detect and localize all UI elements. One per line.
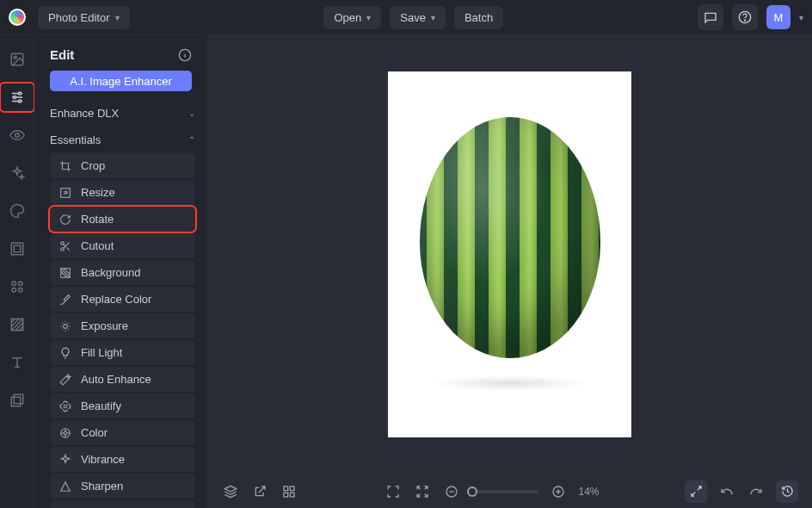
layers-icon: [9, 393, 25, 408]
redo-button[interactable]: [747, 482, 766, 501]
tool-sharpen[interactable]: Sharpen: [50, 474, 195, 499]
image-shadow: [433, 375, 587, 391]
tool-background[interactable]: Background: [50, 260, 195, 285]
tool-label: Background: [81, 266, 140, 279]
svg-point-23: [64, 405, 67, 408]
help-button[interactable]: [732, 4, 758, 30]
zoom-slider[interactable]: [471, 490, 538, 493]
text-tool-rail-item[interactable]: [5, 350, 29, 375]
redo-icon: [749, 485, 763, 499]
undo-button[interactable]: [717, 482, 736, 501]
canvas-area: 14%: [207, 35, 812, 508]
zoom-handle[interactable]: [467, 486, 477, 497]
batch-button[interactable]: Batch: [454, 6, 503, 29]
palette-icon: [9, 203, 25, 219]
user-menu-chevron-icon[interactable]: ▾: [799, 13, 803, 22]
svg-rect-16: [11, 397, 21, 406]
color-wheel-icon: [58, 427, 72, 439]
ai-enhancer-button[interactable]: A.I. Image Enhancer: [50, 71, 192, 91]
chevron-down-icon: ⌄: [188, 108, 195, 118]
save-button[interactable]: Save ▾: [390, 6, 446, 29]
tool-exposure[interactable]: Exposure: [50, 313, 195, 338]
svg-rect-8: [11, 243, 23, 255]
sparkles-icon: [9, 165, 25, 181]
chevron-down-icon: ▾: [366, 13, 371, 22]
help-icon: [738, 10, 752, 24]
canvas-viewport[interactable]: [207, 35, 812, 474]
tool-label: Crop: [81, 159, 105, 172]
tool-cutout[interactable]: Cutout: [50, 233, 195, 258]
tool-label: Fill Light: [81, 346, 122, 359]
svg-point-5: [13, 96, 15, 99]
layers-tool-rail-item[interactable]: [5, 388, 29, 412]
svg-point-1: [744, 20, 745, 21]
tool-auto-enhance[interactable]: Auto Enhance: [50, 367, 195, 392]
chevron-up-icon: ⌃: [188, 135, 195, 145]
tool-beautify[interactable]: Beautify: [50, 393, 195, 418]
crop-icon: [58, 160, 72, 172]
tool-label: Resize: [81, 186, 115, 199]
plus-circle-icon: [551, 485, 565, 499]
tool-label: Color: [81, 426, 108, 439]
app-header: Photo Editor ▾ Open ▾ Save ▾ Batch: [0, 0, 812, 35]
image-icon: [9, 52, 25, 67]
undo-icon: [720, 485, 734, 499]
open-label: Open: [334, 11, 361, 24]
shapes-tool-rail-item[interactable]: [5, 275, 29, 299]
grid-icon: [282, 485, 296, 499]
image-tool-rail-item[interactable]: [5, 47, 29, 71]
frame-tool-rail-item[interactable]: [5, 237, 29, 261]
zoom-in-button[interactable]: [549, 482, 568, 501]
scissors-icon: [58, 240, 72, 252]
tool-crop[interactable]: Crop: [50, 153, 195, 178]
tool-color[interactable]: Color: [50, 420, 195, 445]
grid-view-button[interactable]: [280, 482, 298, 501]
tool-replace-color[interactable]: Replace Color: [50, 287, 195, 312]
tool-resize[interactable]: Resize: [50, 180, 195, 205]
svg-rect-9: [14, 245, 21, 252]
user-avatar[interactable]: M: [766, 5, 790, 29]
resize-icon: [58, 187, 72, 199]
svg-rect-27: [284, 486, 288, 491]
tool-clarity[interactable]: Clarity: [50, 500, 195, 508]
canvas-image[interactable]: [388, 71, 631, 437]
effects-tool-rail-item[interactable]: [5, 161, 29, 185]
background-icon: [58, 267, 72, 279]
compare-button[interactable]: [685, 480, 707, 503]
texture-tool-rail-item[interactable]: [5, 313, 29, 337]
zoom-track: [471, 490, 538, 493]
tool-rotate[interactable]: Rotate: [50, 207, 195, 232]
fullscreen-button[interactable]: [384, 482, 403, 501]
layers-panel-button[interactable]: [221, 482, 240, 501]
svg-point-10: [12, 282, 16, 286]
fit-screen-button[interactable]: [413, 482, 432, 501]
section-enhance-dlx[interactable]: Enhance DLX ⌄: [50, 100, 195, 127]
svg-rect-15: [14, 394, 23, 404]
triangle-icon: [58, 480, 72, 493]
export-button[interactable]: [250, 482, 269, 501]
history-button[interactable]: [776, 480, 798, 503]
section-essentials[interactable]: Essentials ⌃: [50, 127, 195, 153]
view-tool-rail-item[interactable]: [5, 123, 29, 147]
sliders-icon: [9, 90, 25, 105]
tool-vibrance[interactable]: Vibrance: [50, 447, 195, 472]
app-menu-dropdown[interactable]: Photo Editor ▾: [38, 6, 130, 29]
tool-fill-light[interactable]: Fill Light: [50, 340, 195, 365]
svg-rect-29: [284, 493, 288, 497]
color-tool-rail-item[interactable]: [5, 199, 29, 223]
tool-label: Vibrance: [81, 453, 125, 466]
svg-rect-30: [290, 493, 294, 497]
chat-button[interactable]: [698, 4, 723, 30]
zoom-out-button[interactable]: [442, 482, 461, 501]
section-label: Essentials: [50, 133, 101, 146]
app-logo-icon: [9, 9, 26, 26]
adjust-tool-rail-item[interactable]: [3, 85, 32, 109]
exposure-icon: [58, 320, 72, 332]
chevron-down-icon: ▾: [115, 13, 120, 22]
svg-point-11: [18, 282, 22, 286]
text-icon: [9, 355, 25, 370]
info-icon[interactable]: [178, 48, 192, 62]
fullscreen-icon: [386, 485, 400, 499]
ai-enhancer-label: A.I. Image Enhancer: [70, 75, 172, 88]
open-button[interactable]: Open ▾: [323, 6, 381, 29]
